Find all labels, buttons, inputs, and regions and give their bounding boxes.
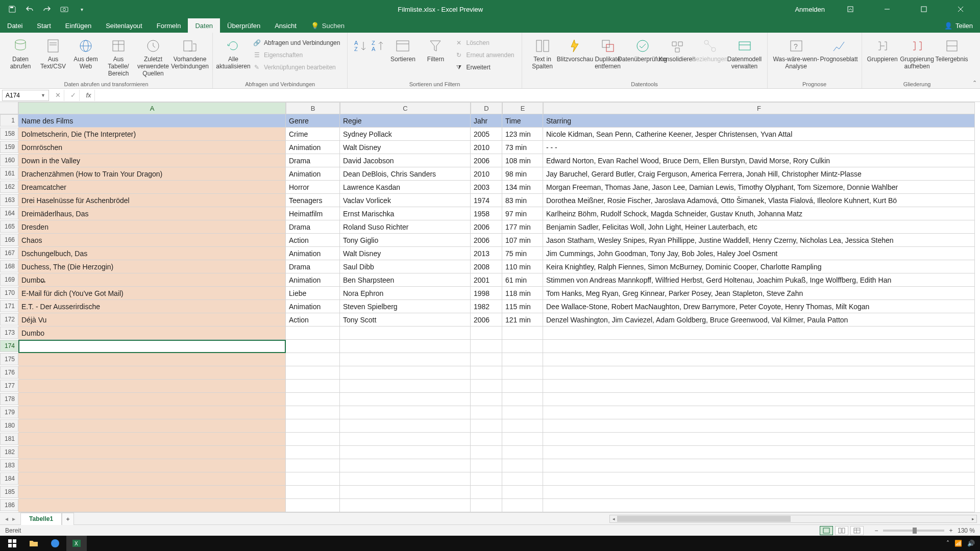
cell[interactable] <box>340 499 471 512</box>
row-header[interactable]: 158 <box>0 128 18 140</box>
cell[interactable]: Tom Hanks, Meg Ryan, Greg Kinnear, Parke… <box>543 287 975 300</box>
cell[interactable]: 83 min <box>502 194 543 207</box>
ribbon-options-icon[interactable] <box>839 0 862 18</box>
row-header[interactable]: 159 <box>0 141 18 153</box>
cell[interactable] <box>340 366 471 380</box>
cell[interactable]: Ben Sharpsteen <box>340 273 471 287</box>
cell[interactable]: Déjà Vu <box>18 313 286 327</box>
btn-beziehungen[interactable]: Beziehungen <box>694 35 726 78</box>
cell[interactable] <box>543 486 975 499</box>
cell[interactable] <box>543 459 975 472</box>
cell[interactable] <box>18 353 286 366</box>
cell[interactable] <box>340 486 471 499</box>
cell[interactable]: Dumbo <box>18 273 286 287</box>
name-box[interactable]: A174▼ <box>2 90 49 101</box>
tab-datei[interactable]: Datei <box>0 18 30 33</box>
tab-einfuegen[interactable]: Einfügen <box>58 18 99 33</box>
cell[interactable] <box>502 433 543 446</box>
cell[interactable]: Horror <box>286 181 340 194</box>
cell[interactable]: E-Mail für dich (You've Got Mail) <box>18 287 286 300</box>
cell[interactable]: Animation <box>286 273 340 287</box>
header-cell[interactable]: Genre <box>286 114 340 128</box>
cell[interactable]: 134 min <box>502 181 543 194</box>
cell[interactable]: Edward Norton, Evan Rachel Wood, Bruce D… <box>543 154 975 167</box>
cell[interactable]: Dreamcatcher <box>18 181 286 194</box>
close-button[interactable] <box>949 0 972 18</box>
cell[interactable]: Ernst Marischka <box>340 207 471 220</box>
header-cell[interactable]: Name des Films <box>18 114 286 128</box>
cell[interactable] <box>18 499 286 512</box>
tab-formeln[interactable]: Formeln <box>150 18 188 33</box>
btn-blitzvorschau[interactable]: Blitzvorschau <box>559 35 592 78</box>
cell[interactable] <box>286 366 340 380</box>
cell[interactable]: Chaos <box>18 234 286 247</box>
file-explorer-icon[interactable] <box>23 536 44 551</box>
tab-ansicht[interactable]: Ansicht <box>267 18 304 33</box>
cell[interactable] <box>340 393 471 406</box>
cell[interactable]: Benjamin Sadler, Felicitas Woll, John Li… <box>543 220 975 234</box>
cell[interactable]: Karlheinz Böhm, Rudolf Schock, Magda Sch… <box>543 207 975 220</box>
cell[interactable] <box>543 327 975 340</box>
cell[interactable] <box>543 446 975 459</box>
col-header[interactable]: B <box>286 102 340 114</box>
view-page-layout-button[interactable] <box>835 526 848 535</box>
cell[interactable]: Tony Scott <box>340 313 471 327</box>
cell[interactable]: Animation <box>286 300 340 313</box>
start-button[interactable] <box>2 536 22 551</box>
zoom-slider[interactable] <box>883 530 944 532</box>
cell[interactable]: 2006 <box>471 154 502 167</box>
cell[interactable] <box>471 446 502 459</box>
cell[interactable] <box>286 406 340 419</box>
cell[interactable] <box>471 353 502 366</box>
col-header[interactable]: A <box>18 102 286 114</box>
cell[interactable] <box>502 327 543 340</box>
fx-icon[interactable]: fx <box>83 90 95 101</box>
cell[interactable]: Dean DeBlois, Chris Sanders <box>340 167 471 181</box>
row-header[interactable]: 176 <box>0 366 18 379</box>
row-header[interactable]: 171 <box>0 300 18 312</box>
cell[interactable]: Sydney Pollack <box>340 128 471 141</box>
col-header[interactable]: F <box>543 102 975 114</box>
cell[interactable] <box>471 393 502 406</box>
cell[interactable] <box>502 499 543 512</box>
cell[interactable] <box>340 406 471 419</box>
cell[interactable]: 121 min <box>502 313 543 327</box>
cell[interactable]: Teenagers <box>286 194 340 207</box>
cell[interactable]: Jay Baruchel, Gerard Butler, Craig Fergu… <box>543 167 975 181</box>
cell[interactable]: 2006 <box>471 234 502 247</box>
tab-ueberpruefen[interactable]: Überprüfen <box>220 18 267 33</box>
cell[interactable] <box>502 406 543 419</box>
cell[interactable] <box>286 327 340 340</box>
cell[interactable] <box>502 459 543 472</box>
row-header[interactable]: 162 <box>0 181 18 193</box>
cell[interactable] <box>286 380 340 393</box>
cell[interactable] <box>471 419 502 433</box>
cell[interactable] <box>340 433 471 446</box>
cell[interactable] <box>286 419 340 433</box>
grid[interactable]: ABCDEF1Name des FilmsGenreRegieJahrTimeS… <box>0 102 980 512</box>
cell[interactable] <box>471 380 502 393</box>
col-header[interactable]: E <box>502 102 543 114</box>
cell[interactable]: 2001 <box>471 273 502 287</box>
cell[interactable] <box>18 393 286 406</box>
cell[interactable] <box>502 366 543 380</box>
row-header[interactable]: 175 <box>0 353 18 365</box>
col-header[interactable]: C <box>340 102 471 114</box>
row-header[interactable]: 166 <box>0 234 18 246</box>
cell[interactable]: Dornröschen <box>18 141 286 154</box>
cell[interactable]: Crime <box>286 128 340 141</box>
row-header[interactable]: 167 <box>0 247 18 259</box>
cell[interactable] <box>543 393 975 406</box>
cell[interactable] <box>502 472 543 486</box>
cell[interactable]: Dschungelbuch, Das <box>18 247 286 260</box>
cell[interactable]: Dresden <box>18 220 286 234</box>
cell[interactable]: Nicole Kidman, Sean Penn, Catherine Keen… <box>543 128 975 141</box>
edge-icon[interactable] <box>45 536 65 551</box>
cell[interactable] <box>18 380 286 393</box>
btn-aus-web[interactable]: Aus dem Web <box>69 35 102 78</box>
cell[interactable]: 1974 <box>471 194 502 207</box>
sheet-tab[interactable]: Tabelle1 <box>20 513 62 525</box>
cell[interactable]: Liebe <box>286 287 340 300</box>
cell[interactable]: Stimmen von Andreas Mannkopff, Wilfried … <box>543 273 975 287</box>
undo-icon[interactable] <box>26 5 34 13</box>
